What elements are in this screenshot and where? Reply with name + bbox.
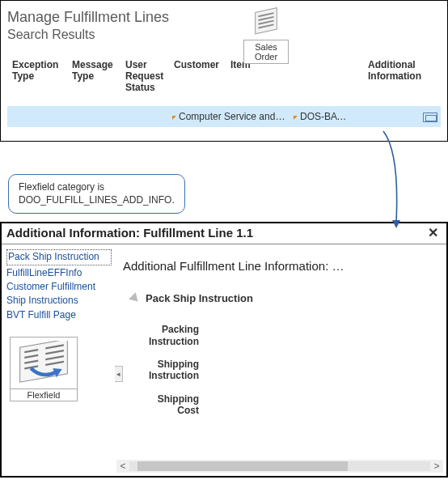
cell-item[interactable]: DOS-BAT…: [290, 111, 355, 122]
scroll-track[interactable]: [129, 461, 430, 471]
col-exception-type[interactable]: Exception Type: [7, 57, 67, 96]
flexfield-icon: [10, 337, 78, 389]
annotation-line1: Flexfield category is: [19, 181, 104, 193]
field-packing-instruction: Packing Instruction: [134, 324, 199, 347]
close-button[interactable]: ✕: [425, 225, 442, 240]
context-links: Pack Ship Instruction FulfillLineEFFInfo…: [2, 244, 115, 476]
annotation: Flexfield category is DOO_FULFILL_LINES_…: [8, 174, 448, 214]
link-ship-instructions[interactable]: Ship Instructions: [6, 294, 112, 308]
manage-lines-panel: Manage Fulfillment Lines Search Results …: [0, 0, 448, 142]
section-label: Pack Ship Instruction: [146, 292, 253, 304]
link-pack-ship-instruction[interactable]: Pack Ship Instruction: [6, 249, 112, 265]
cell-additional-info[interactable]: [355, 111, 441, 122]
flexfield-label: Flexfield: [10, 389, 78, 401]
table-row[interactable]: Computer Service and R… DOS-BAT…: [7, 106, 441, 127]
dialog-title: Additional Information: Fulfillment Line…: [6, 226, 253, 240]
link-customer-fulfillment[interactable]: Customer Fulfillment: [6, 280, 112, 294]
annotation-line2: DOO_FULFILL_LINES_ADD_INFO.: [19, 194, 175, 206]
col-customer[interactable]: Customer: [169, 57, 226, 96]
flexfield-tile[interactable]: Flexfield: [10, 337, 78, 401]
scroll-thumb[interactable]: [137, 461, 348, 471]
sales-order-label: Sales Order: [243, 40, 289, 64]
dialog-content: Additional Fulfillment Line Information:…: [115, 244, 446, 476]
field-shipping-cost: Shipping Cost: [134, 393, 199, 417]
content-title: Additional Fulfillment Line Information:…: [123, 259, 446, 273]
grid-header: Exception Type Message Type User Request…: [7, 57, 441, 96]
collapse-handle[interactable]: ◂: [115, 366, 123, 382]
col-user-request-status[interactable]: User Request Status: [120, 57, 169, 96]
disclosure-icon[interactable]: [129, 292, 142, 305]
page-subtitle: Search Results: [7, 28, 441, 42]
link-fulfilllineeffinfo[interactable]: FulfillLineEFFInfo: [6, 266, 112, 280]
sales-order-tile[interactable]: Sales Order: [243, 6, 289, 64]
col-message-type[interactable]: Message Type: [67, 57, 120, 96]
col-additional-info[interactable]: Additional Information: [363, 57, 436, 96]
sales-order-icon: [251, 6, 281, 36]
horizontal-scrollbar[interactable]: < >: [116, 460, 443, 473]
scroll-left-arrow[interactable]: <: [116, 461, 129, 472]
link-marker-icon: [172, 111, 179, 122]
field-shipping-instruction: Shipping Instruction: [134, 359, 199, 382]
details-icon[interactable]: [423, 113, 437, 122]
link-marker-icon: [294, 111, 300, 122]
scroll-right-arrow[interactable]: >: [430, 461, 443, 472]
link-bvt-fulfill-page[interactable]: BVT Fulfill Page: [6, 308, 112, 322]
additional-info-dialog: Additional Information: Fulfillment Line…: [0, 222, 448, 478]
page-title: Manage Fulfillment Lines: [7, 9, 441, 26]
cell-customer[interactable]: Computer Service and R…: [169, 111, 290, 122]
section-pack-ship-instruction[interactable]: Pack Ship Instruction: [131, 292, 446, 304]
